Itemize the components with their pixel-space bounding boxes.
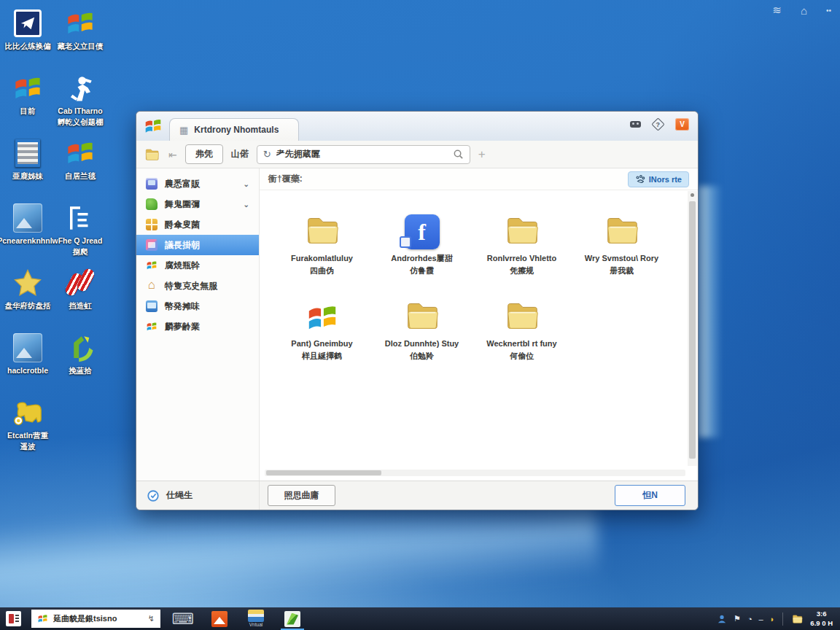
e-outline-icon — [64, 202, 96, 234]
file-item-5[interactable]: Dloz Dunnhte) Stuy 伯勉羚 — [383, 291, 461, 376]
pictures-icon — [12, 202, 44, 234]
desktop-icon-worker[interactable]: Cab ITharno 孵乾义创题棚 — [54, 68, 106, 133]
taskbar-app-green-active[interactable] — [284, 607, 301, 630]
sidebar-item-1[interactable]: 舞鬼圍彌 ⌄ — [136, 194, 259, 214]
chevron-down-icon[interactable]: ⌄ — [244, 180, 249, 188]
file-item-label-2: 样且綖擇鹤 — [302, 351, 342, 360]
chevron-down-icon[interactable]: ⌄ — [244, 201, 249, 209]
taskbar: ↯ ⌨ Vntual ⚑ ◔ – ◗ 3:6 6.9 0 H — [0, 607, 840, 630]
desktop-icon-dog[interactable]: Etcatln营重 遥波 — [1, 392, 54, 457]
paw-icon — [635, 174, 645, 184]
desktop-icon-windows-1[interactable]: 藏老义立目债 — [54, 3, 106, 68]
icon-label: 亜鹿姊妹 — [12, 171, 43, 180]
desktop-icon-pictures-1[interactable]: Pcnearenknhnlw — [1, 198, 54, 262]
sidebar-item-label: 爵傘叟菌 — [165, 219, 200, 231]
taskbar-app-orange[interactable] — [211, 607, 228, 630]
refresh-icon[interactable]: ↻ — [263, 149, 271, 160]
tray-cheese-icon[interactable]: ◗ — [770, 615, 775, 623]
keyboard-icon: ⌨ — [172, 612, 194, 626]
tray-folder-icon[interactable] — [791, 612, 804, 625]
vertical-scroll-thumb[interactable] — [689, 201, 696, 459]
taskbar-app-keyboard[interactable]: ⌨ — [174, 607, 192, 630]
sidebar-item-2[interactable]: 爵傘叟菌 — [136, 214, 259, 235]
desktop-icon-pictures-2[interactable]: haclcrotble — [1, 327, 54, 392]
tray-dash-icon[interactable]: – — [759, 615, 763, 623]
secondary-button[interactable]: 照思曲庸 — [268, 485, 335, 506]
desktop-icon-red-stripes[interactable]: 挡造虹 — [54, 262, 106, 327]
icon-label: Fhe Q Jread — [58, 236, 103, 245]
windows-start-icon[interactable] — [37, 613, 48, 624]
dots-icon[interactable]: •• — [826, 7, 831, 15]
star-icon — [12, 267, 44, 299]
file-item-6[interactable]: Wecknertbl rt funy 何偷位 — [483, 291, 561, 376]
taskbar-clock[interactable]: 3:6 6.9 0 H — [810, 610, 833, 629]
ok-button[interactable]: 怛N — [615, 485, 685, 506]
taskbar-search-input[interactable] — [53, 615, 143, 623]
icon-label: Pcnearenknhnlw — [0, 236, 58, 245]
sidebar-item-6[interactable]: 幣発摊味 — [136, 296, 259, 316]
desktop-icon-star[interactable]: 盘华府纺盘括 — [1, 262, 54, 327]
scroll-up-icon[interactable] — [691, 193, 694, 197]
new-tab-plus-icon[interactable]: + — [478, 147, 486, 162]
file-item-label-2: 伯勉羚 — [410, 351, 434, 360]
nav-label[interactable]: 山偌 — [231, 148, 249, 160]
media-app-label: Vntual — [249, 623, 262, 628]
more-button[interactable]: INors rte — [628, 171, 689, 187]
taskbar-search[interactable]: ↯ — [31, 610, 160, 628]
footer-status-label: 仕绳生 — [166, 489, 192, 502]
icon-label: 挽蓝拾 — [69, 366, 92, 375]
sidebar-item-7[interactable]: 麟夢齢業 — [136, 316, 259, 337]
search-icon[interactable] — [453, 149, 464, 160]
back-icon[interactable]: ⇤ — [168, 149, 177, 160]
layers-icon[interactable]: ≋ — [772, 4, 782, 17]
file-item-3[interactable]: Wry Svmstou\ Rory 册我裁 — [583, 206, 661, 291]
desktop-icon-green-logo[interactable]: 挽蓝拾 — [54, 327, 106, 392]
desktop-icon-windows-3[interactable]: 自居兰毯 — [54, 133, 106, 198]
sidebar-item-label: 幣発摊味 — [165, 300, 200, 313]
sidebar-item-5[interactable]: ⌂ 特隻克史無服 — [136, 276, 259, 296]
sidebar-item-3-selected[interactable]: 議長掛朝 — [136, 235, 259, 255]
file-item-label: Ronlvrrelo Vhletto — [487, 254, 556, 262]
file-item-1[interactable]: Androrhdes屢甜 仿鲁霞 — [383, 206, 461, 291]
view-button[interactable]: 弗凭 — [185, 144, 223, 164]
footer-status[interactable]: 仕绳生 — [136, 481, 260, 510]
horizontal-scroll-thumb[interactable] — [266, 470, 381, 475]
search-input[interactable] — [276, 149, 448, 160]
green-app-icon — [284, 611, 300, 627]
windows-icon — [64, 7, 96, 39]
desktop-icon-notes[interactable]: 亜鹿姊妹 — [1, 133, 54, 198]
folder-icon — [502, 291, 542, 338]
file-item-0[interactable]: Furakomlatluluy 四曲伪 — [283, 206, 361, 291]
tray-sync-icon[interactable]: ◔ — [747, 615, 752, 623]
orange-app-icon — [211, 611, 228, 627]
help-icon[interactable]: ? — [651, 117, 664, 131]
vertical-scrollbar[interactable] — [688, 191, 697, 466]
ime-icon[interactable] — [6, 611, 21, 626]
tray-flag-icon[interactable]: ⚑ — [734, 614, 741, 623]
widget-icon[interactable] — [630, 121, 641, 128]
icon-label: 自居兰毯 — [65, 171, 96, 180]
tray-user-icon[interactable] — [717, 614, 727, 624]
file-item-label: Dloz Dunnhte) Stuy — [385, 339, 459, 348]
search-extra-icon[interactable]: ↯ — [148, 614, 155, 623]
window-tab[interactable]: ▦ Krtdrony Nhomtauls — [169, 118, 299, 141]
sidebar-item-4[interactable]: 腐焼瓶幹 — [136, 255, 259, 276]
file-item-4[interactable]: Pant) Gneimbuy 样且綖擇鹤 — [283, 291, 361, 376]
horizontal-scrollbar[interactable] — [265, 470, 685, 476]
desktop-icon-windows-2[interactable]: 目前 — [1, 68, 54, 133]
window-titlebar[interactable]: ▦ Krtdrony Nhomtauls ? V — [136, 112, 698, 141]
desktop-icon-telegram[interactable]: 比比么练换偏 — [1, 3, 54, 68]
windows-icon — [146, 260, 158, 271]
icon-label: Cab ITharno — [58, 106, 102, 115]
desktop-icon-e-app[interactable]: Fhe Q Jread 捌爬 — [54, 198, 106, 262]
windows-icon — [64, 137, 96, 169]
disk-icon — [146, 239, 158, 251]
sidebar-item-0[interactable]: 農悉富販 ⌄ — [136, 174, 259, 194]
file-item-label: Wecknertbl rt funy — [486, 339, 556, 348]
taskbar-app-media[interactable]: Vntual — [247, 607, 265, 630]
home-icon[interactable]: ⌂ — [801, 4, 807, 17]
icon-label-2: 遥波 — [20, 442, 35, 451]
search-box[interactable]: ↻ — [257, 145, 470, 164]
file-item-2[interactable]: Ronlvrrelo Vhletto 凭擦规 — [483, 206, 561, 291]
app-logo-button[interactable]: V — [675, 118, 689, 131]
